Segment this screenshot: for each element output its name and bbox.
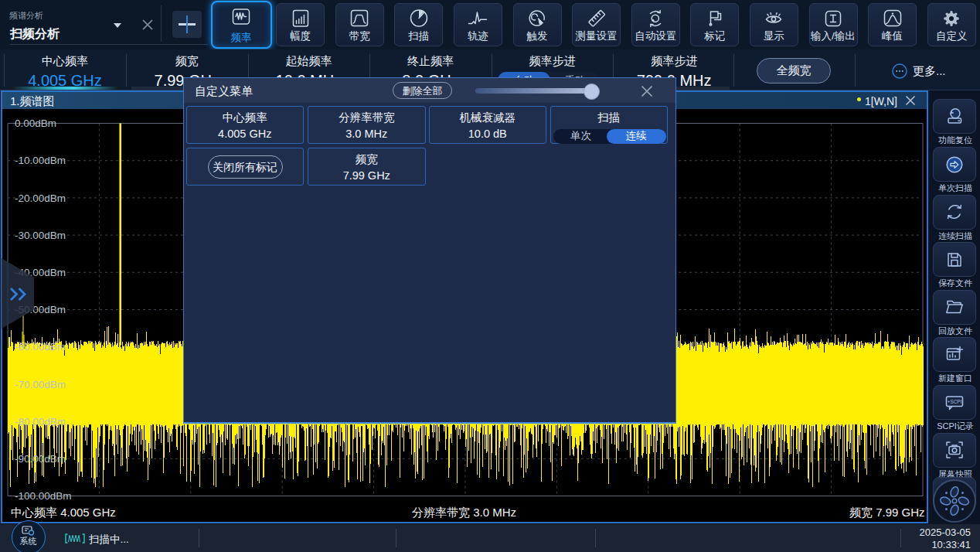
svg-text:-60.00dBm: -60.00dBm	[15, 341, 66, 353]
svg-text:-70.00dBm: -70.00dBm	[15, 379, 66, 390]
svg-text:0.00dBm: 0.00dBm	[15, 118, 56, 129]
svg-text:-30.00dBm: -30.00dBm	[15, 230, 66, 241]
svg-text:-10.00dBm: -10.00dBm	[15, 155, 66, 166]
svg-text:-80.00dBm: -80.00dBm	[15, 416, 66, 428]
svg-text:-90.00dBm: -90.00dBm	[15, 453, 66, 465]
svg-text:-100.00dBm: -100.00dBm	[15, 490, 72, 502]
svg-text:-20.00dBm: -20.00dBm	[15, 193, 66, 204]
svg-text:SCPI: SCPI	[950, 398, 961, 404]
